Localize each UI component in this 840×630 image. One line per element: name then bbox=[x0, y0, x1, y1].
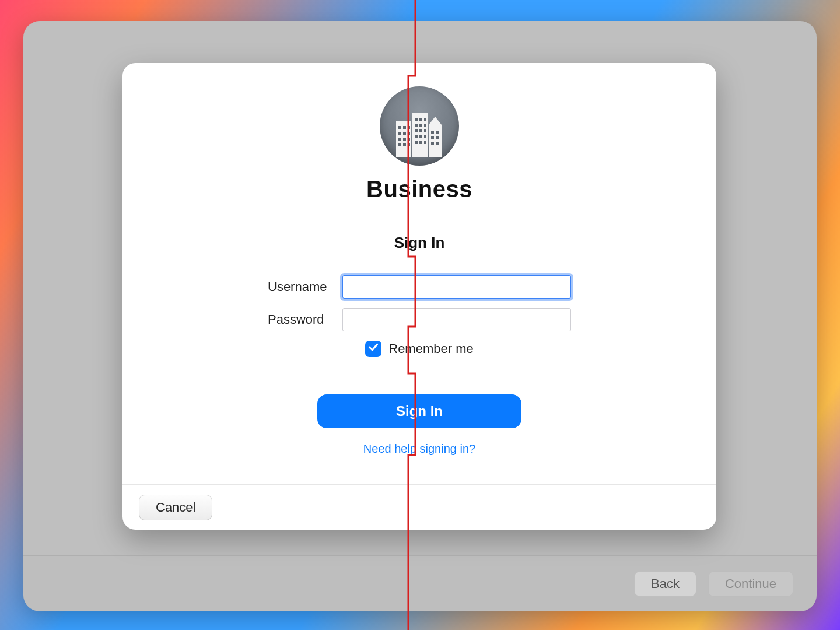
checkmark-icon bbox=[368, 341, 379, 356]
svg-rect-18 bbox=[424, 118, 426, 121]
signin-sheet: Business Sign In Username Password bbox=[123, 63, 716, 530]
svg-rect-29 bbox=[419, 141, 422, 144]
svg-rect-34 bbox=[436, 136, 439, 139]
brand-title: Business bbox=[366, 176, 473, 202]
buildings-icon bbox=[390, 105, 449, 166]
svg-rect-9 bbox=[408, 132, 410, 135]
svg-rect-32 bbox=[436, 131, 439, 134]
svg-rect-24 bbox=[424, 130, 426, 132]
business-logo bbox=[380, 86, 459, 166]
signin-button[interactable]: Sign In bbox=[317, 394, 522, 428]
signin-heading: Sign In bbox=[394, 234, 445, 252]
password-row: Password bbox=[268, 308, 571, 331]
svg-rect-12 bbox=[408, 138, 410, 141]
back-button[interactable]: Back bbox=[634, 571, 696, 597]
svg-rect-21 bbox=[424, 124, 426, 127]
svg-rect-27 bbox=[424, 135, 426, 138]
svg-rect-23 bbox=[419, 130, 422, 132]
svg-rect-10 bbox=[398, 138, 401, 141]
password-input[interactable] bbox=[342, 308, 571, 331]
svg-rect-7 bbox=[398, 132, 401, 135]
svg-rect-5 bbox=[403, 126, 406, 129]
continue-button: Continue bbox=[708, 571, 793, 597]
remember-checkbox[interactable] bbox=[365, 341, 382, 357]
svg-rect-8 bbox=[403, 132, 406, 135]
svg-rect-15 bbox=[408, 144, 410, 146]
svg-rect-6 bbox=[408, 126, 410, 129]
signin-form: Username Password Remember me bbox=[268, 275, 571, 357]
svg-rect-11 bbox=[403, 138, 406, 141]
cancel-button[interactable]: Cancel bbox=[139, 495, 212, 520]
setup-assistant-window: Business Sign In Username Password bbox=[23, 21, 817, 611]
sheet-footer: Cancel bbox=[123, 484, 716, 530]
svg-rect-13 bbox=[398, 144, 401, 146]
svg-rect-17 bbox=[419, 118, 422, 121]
svg-rect-19 bbox=[415, 124, 418, 127]
svg-rect-20 bbox=[419, 124, 422, 127]
svg-rect-2 bbox=[429, 125, 442, 158]
svg-rect-30 bbox=[424, 141, 426, 144]
svg-rect-25 bbox=[415, 135, 418, 138]
remember-label: Remember me bbox=[388, 341, 473, 356]
remember-row: Remember me bbox=[268, 341, 571, 357]
svg-marker-3 bbox=[429, 117, 442, 125]
svg-rect-35 bbox=[431, 142, 434, 145]
signin-main: Business Sign In Username Password bbox=[123, 63, 716, 484]
svg-rect-22 bbox=[415, 130, 418, 132]
username-label: Username bbox=[268, 279, 342, 295]
svg-rect-31 bbox=[431, 131, 434, 134]
svg-rect-33 bbox=[431, 136, 434, 139]
svg-rect-16 bbox=[415, 118, 418, 121]
help-signin-link[interactable]: Need help signing in? bbox=[363, 442, 475, 456]
svg-rect-36 bbox=[436, 142, 439, 145]
svg-rect-28 bbox=[415, 141, 418, 144]
svg-rect-4 bbox=[398, 126, 401, 129]
assistant-footer: Back Continue bbox=[23, 555, 817, 611]
username-input[interactable] bbox=[342, 275, 571, 299]
password-label: Password bbox=[268, 312, 342, 327]
svg-rect-26 bbox=[419, 135, 422, 138]
svg-rect-14 bbox=[403, 144, 406, 146]
window-body: Business Sign In Username Password bbox=[23, 21, 817, 555]
username-row: Username bbox=[268, 275, 571, 299]
